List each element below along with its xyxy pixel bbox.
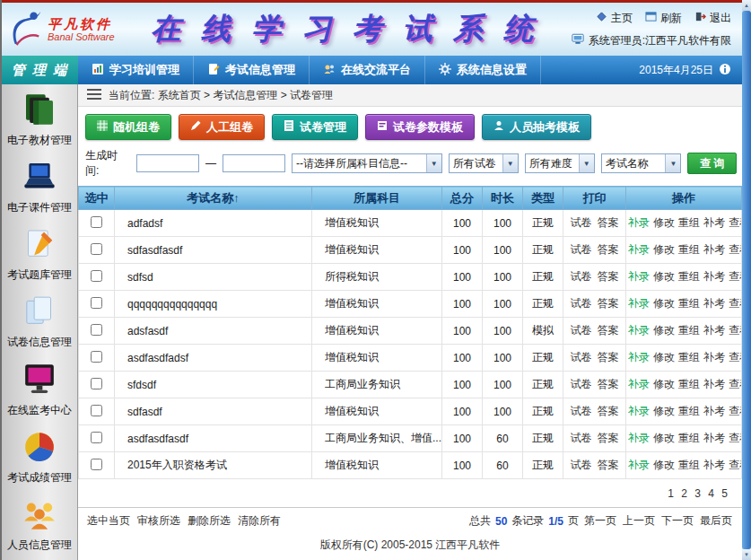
print-answer-link[interactable]: 答案 — [598, 351, 619, 363]
subject-select[interactable]: --请选择所属科目信息-- — [292, 153, 442, 173]
op-view-link[interactable]: 查看 — [729, 351, 742, 363]
op-regroup-link[interactable]: 重组 — [678, 378, 700, 390]
op-view-link[interactable]: 查看 — [729, 216, 742, 229]
op-supplement-link[interactable]: 补录 — [628, 243, 650, 256]
print-paper-link[interactable]: 试卷 — [571, 297, 592, 310]
nav-item-system-settings[interactable]: 系统信息设置 — [425, 56, 541, 84]
sidebar-item-question-bank[interactable]: 考试题库管理 — [2, 221, 77, 288]
row-checkbox[interactable] — [91, 432, 102, 443]
print-paper-link[interactable]: 试卷 — [571, 243, 592, 256]
print-paper-link[interactable]: 试卷 — [571, 351, 592, 363]
print-answer-link[interactable]: 答案 — [598, 405, 619, 417]
op-view-link[interactable]: 查看 — [729, 297, 742, 310]
op-supplement-link[interactable]: 补录 — [628, 432, 650, 444]
op-makeup-link[interactable]: 补考 — [703, 378, 725, 390]
print-paper-link[interactable]: 试卷 — [571, 378, 592, 390]
op-view-link[interactable]: 查看 — [729, 270, 742, 283]
op-modify-link[interactable]: 修改 — [653, 432, 675, 444]
op-modify-link[interactable]: 修改 — [653, 459, 675, 471]
search-button[interactable]: 查 询 — [687, 153, 737, 174]
op-supplement-link[interactable]: 补录 — [628, 324, 650, 337]
paper-type-select[interactable]: 所有试卷 — [449, 153, 519, 173]
sidebar-item-scores[interactable]: 考试成绩管理 — [2, 424, 77, 491]
print-answer-link[interactable]: 答案 — [598, 243, 619, 256]
info-icon[interactable] — [719, 63, 731, 78]
op-makeup-link[interactable]: 补考 — [703, 243, 725, 256]
row-checkbox[interactable] — [91, 216, 102, 228]
row-checkbox[interactable] — [91, 378, 102, 389]
op-modify-link[interactable]: 修改 — [653, 324, 675, 337]
scrollbar-thumb[interactable] — [742, 11, 751, 549]
print-paper-link[interactable]: 试卷 — [571, 216, 592, 229]
print-paper-link[interactable]: 试卷 — [571, 270, 592, 283]
print-answer-link[interactable]: 答案 — [598, 459, 619, 471]
op-view-link[interactable]: 查看 — [729, 459, 742, 471]
op-view-link[interactable]: 查看 — [729, 243, 742, 256]
sidebar-item-courseware[interactable]: 电子课件管理 — [2, 153, 77, 221]
op-view-link[interactable]: 查看 — [729, 324, 742, 337]
op-modify-link[interactable]: 修改 — [653, 243, 675, 256]
nav-item-online-chat[interactable]: 在线交流平台 — [310, 56, 425, 84]
op-supplement-link[interactable]: 补录 — [628, 351, 650, 363]
print-paper-link[interactable]: 试卷 — [571, 405, 592, 417]
print-answer-link[interactable]: 答案 — [598, 378, 619, 390]
op-regroup-link[interactable]: 重组 — [678, 351, 700, 363]
op-supplement-link[interactable]: 补录 — [628, 297, 650, 310]
sidebar-item-proctor-center[interactable]: 在线监考中心 — [2, 356, 77, 424]
next-page-link[interactable]: 下一页 — [661, 513, 694, 529]
page-link[interactable]: 1 — [668, 487, 674, 500]
exam-name-select[interactable]: 考试名称 — [601, 153, 682, 173]
op-supplement-link[interactable]: 补录 — [628, 459, 650, 471]
op-modify-link[interactable]: 修改 — [653, 405, 675, 417]
op-modify-link[interactable]: 修改 — [653, 378, 675, 390]
op-makeup-link[interactable]: 补考 — [703, 324, 725, 337]
op-view-link[interactable]: 查看 — [729, 378, 742, 390]
first-page-link[interactable]: 第一页 — [584, 513, 616, 529]
op-regroup-link[interactable]: 重组 — [678, 270, 700, 283]
print-answer-link[interactable]: 答案 — [598, 216, 619, 229]
time-to-input[interactable] — [223, 154, 285, 172]
op-regroup-link[interactable]: 重组 — [678, 324, 700, 337]
difficulty-select[interactable]: 所有难度 — [525, 153, 595, 173]
op-regroup-link[interactable]: 重组 — [678, 432, 700, 444]
sidebar-item-personnel[interactable]: 人员信息管理 — [2, 491, 77, 558]
page-link[interactable]: 4 — [708, 487, 714, 500]
page-link[interactable]: 5 — [721, 487, 728, 500]
home-link[interactable]: 主页 — [596, 11, 633, 26]
nav-item-exam-info[interactable]: 考试信息管理 — [194, 56, 310, 84]
manual-paper-button[interactable]: 人工组卷 — [179, 114, 265, 140]
op-regroup-link[interactable]: 重组 — [678, 216, 700, 229]
op-modify-link[interactable]: 修改 — [653, 216, 675, 229]
op-regroup-link[interactable]: 重组 — [678, 297, 700, 310]
op-makeup-link[interactable]: 补考 — [703, 351, 725, 363]
print-paper-link[interactable]: 试卷 — [571, 432, 592, 444]
row-checkbox[interactable] — [91, 243, 102, 255]
op-modify-link[interactable]: 修改 — [653, 297, 675, 310]
last-page-link[interactable]: 最后页 — [700, 513, 732, 529]
op-modify-link[interactable]: 修改 — [653, 270, 675, 283]
print-answer-link[interactable]: 答案 — [598, 297, 619, 310]
row-checkbox[interactable] — [91, 297, 102, 309]
page-link[interactable]: 3 — [694, 487, 701, 500]
op-regroup-link[interactable]: 重组 — [678, 459, 700, 471]
op-makeup-link[interactable]: 补考 — [703, 297, 725, 310]
paper-param-template-button[interactable]: 试卷参数模板 — [365, 114, 475, 140]
op-supplement-link[interactable]: 补录 — [628, 405, 650, 417]
op-makeup-link[interactable]: 补考 — [703, 270, 725, 283]
print-answer-link[interactable]: 答案 — [598, 324, 619, 337]
op-makeup-link[interactable]: 补考 — [703, 432, 725, 444]
op-supplement-link[interactable]: 补录 — [628, 270, 650, 283]
print-answer-link[interactable]: 答案 — [598, 432, 619, 444]
print-answer-link[interactable]: 答案 — [598, 270, 619, 283]
refresh-link[interactable]: 刷新 — [645, 11, 682, 26]
row-checkbox[interactable] — [91, 324, 102, 336]
paper-manage-button[interactable]: 试卷管理 — [272, 114, 358, 140]
row-checkbox[interactable] — [91, 405, 102, 416]
time-from-input[interactable] — [136, 154, 199, 172]
nav-item-training[interactable]: 学习培训管理 — [78, 56, 194, 84]
page-link[interactable]: 2 — [681, 487, 687, 500]
random-paper-button[interactable]: 随机组卷 — [85, 114, 171, 140]
row-checkbox[interactable] — [91, 459, 102, 470]
scroll-down-arrow[interactable]: ▼ — [742, 549, 751, 560]
op-view-link[interactable]: 查看 — [729, 405, 742, 417]
